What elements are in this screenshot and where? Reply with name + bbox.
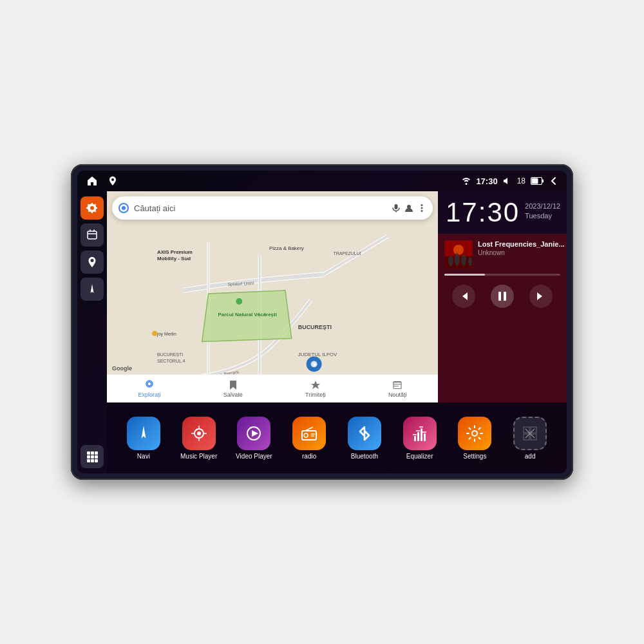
explore-tab-label: Explorați xyxy=(138,392,161,398)
svg-rect-10 xyxy=(87,459,90,462)
svg-rect-6 xyxy=(95,451,98,455)
main-content: AXIS Premium Mobility - Sud Pizza & Bake… xyxy=(77,191,567,473)
app-video-player[interactable]: Video Player xyxy=(228,417,281,460)
app-navi[interactable]: Navi xyxy=(117,417,170,460)
svg-rect-12 xyxy=(95,459,98,462)
svg-rect-53 xyxy=(504,292,506,301)
sidebar-maps-button[interactable] xyxy=(80,251,104,274)
svg-rect-1 xyxy=(542,180,544,183)
microphone-icon[interactable] xyxy=(392,204,401,213)
svg-point-42 xyxy=(421,210,423,212)
status-left-icons xyxy=(85,174,120,188)
account-icon[interactable] xyxy=(404,204,413,213)
svg-rect-52 xyxy=(498,292,501,301)
svg-point-30 xyxy=(152,331,157,336)
next-button[interactable] xyxy=(529,285,553,308)
wifi-icon xyxy=(462,176,471,185)
sidebar xyxy=(77,191,107,473)
music-player-label: Music Player xyxy=(180,453,217,460)
pause-button[interactable] xyxy=(491,285,514,308)
video-player-icon-box xyxy=(237,417,270,450)
sidebar-settings-button[interactable] xyxy=(80,196,104,220)
map-tab-contribute[interactable]: Trimiteți xyxy=(305,380,326,398)
google-logo: Google xyxy=(112,365,132,372)
app-bluetooth[interactable]: Bluetooth xyxy=(338,417,391,460)
svg-text:JUDEȚUL ILFOV: JUDEȚUL ILFOV xyxy=(298,352,337,357)
add-icon-box xyxy=(513,417,547,450)
map-svg: AXIS Premium Mobility - Sud Pizza & Bake… xyxy=(107,191,438,402)
settings-dots-icon[interactable] xyxy=(417,204,426,213)
track-name: Lost Frequencies_Janie... xyxy=(478,240,565,248)
maps-icon[interactable] xyxy=(106,174,120,188)
app-equalizer[interactable]: Equalizer xyxy=(393,417,446,460)
track-artist: Unknown xyxy=(478,249,565,256)
map-tab-news[interactable]: Noutăți xyxy=(388,380,407,398)
music-controls xyxy=(444,282,560,310)
svg-text:BUCUREȘTI: BUCUREȘTI xyxy=(298,324,332,330)
navi-icon-box xyxy=(127,417,160,450)
app-settings[interactable]: Settings xyxy=(449,417,502,460)
svg-rect-11 xyxy=(91,459,94,462)
svg-rect-4 xyxy=(87,451,90,455)
svg-rect-62 xyxy=(414,436,416,441)
music-player-icon-box xyxy=(182,417,216,450)
album-art xyxy=(444,240,473,269)
news-tab-label: Noutăți xyxy=(388,392,407,398)
equalizer-label: Equalizer xyxy=(406,453,433,460)
contribute-tab-label: Trimiteți xyxy=(305,392,326,398)
settings-icon-box xyxy=(458,417,491,450)
svg-point-59 xyxy=(304,433,308,437)
battery-level-text: 18 xyxy=(517,176,526,185)
svg-rect-5 xyxy=(91,451,94,455)
svg-text:joy Merlin: joy Merlin xyxy=(156,332,176,337)
svg-point-46 xyxy=(453,245,464,255)
right-panel: 17:30 2023/12/12 Tuesday xyxy=(438,191,567,402)
app-music-player[interactable]: Music Player xyxy=(173,417,225,460)
app-grid-row: Navi Music Player xyxy=(107,402,567,473)
map-tab-explore[interactable]: Explorați xyxy=(138,380,161,398)
map-bottom-bar: Explorați Salvate xyxy=(107,374,438,402)
svg-rect-9 xyxy=(95,455,98,459)
music-track-info: Lost Frequencies_Janie... Unknown xyxy=(478,240,565,256)
music-info-row: Lost Frequencies_Janie... Unknown xyxy=(444,240,560,269)
prev-button[interactable] xyxy=(452,285,475,308)
map-background: AXIS Premium Mobility - Sud Pizza & Bake… xyxy=(107,191,438,402)
svg-text:BUCUREȘTI: BUCUREȘTI xyxy=(157,352,183,357)
sidebar-navigation-button[interactable] xyxy=(80,278,104,301)
svg-text:Mobility - Sud: Mobility - Sud xyxy=(157,256,191,261)
equalizer-icon-box xyxy=(403,417,437,450)
music-progress-fill xyxy=(444,274,485,276)
volume-icon xyxy=(503,176,512,185)
svg-text:Pizza & Bakery: Pizza & Bakery xyxy=(269,245,304,251)
map-container[interactable]: AXIS Premium Mobility - Sud Pizza & Bake… xyxy=(107,191,438,402)
sidebar-files-button[interactable] xyxy=(80,223,104,247)
svg-point-50 xyxy=(461,254,466,266)
svg-point-70 xyxy=(472,431,477,436)
status-right-icons: 17:30 18 xyxy=(462,176,559,186)
music-progress-bar[interactable] xyxy=(444,274,560,276)
svg-rect-63 xyxy=(417,432,419,441)
svg-text:TRAPEZULUI: TRAPEZULUI xyxy=(333,251,361,256)
app-add[interactable]: add xyxy=(504,417,556,460)
svg-point-48 xyxy=(448,256,453,266)
map-search-bar[interactable]: Căutați aici xyxy=(112,196,433,220)
home-icon[interactable] xyxy=(85,174,99,188)
svg-rect-37 xyxy=(395,204,398,209)
radio-label: radio xyxy=(302,453,316,460)
device: 17:30 18 xyxy=(71,164,573,480)
bluetooth-icon-box xyxy=(348,417,381,450)
app-radio[interactable]: radio xyxy=(283,417,336,460)
back-icon[interactable] xyxy=(549,176,559,186)
center-content: AXIS Premium Mobility - Sud Pizza & Bake… xyxy=(107,191,567,473)
top-row: AXIS Premium Mobility - Sud Pizza & Bake… xyxy=(107,191,567,402)
map-tab-saved[interactable]: Salvate xyxy=(223,380,243,398)
clock-section: 17:30 2023/12/12 Tuesday xyxy=(438,191,567,234)
sidebar-apps-button[interactable] xyxy=(80,445,104,468)
map-search-text: Căutați aici xyxy=(134,204,386,213)
svg-point-49 xyxy=(455,253,460,266)
music-section: Lost Frequencies_Janie... Unknown xyxy=(438,234,567,402)
svg-rect-64 xyxy=(421,428,422,441)
battery-icon xyxy=(531,177,544,185)
status-bar: 17:30 18 xyxy=(77,171,567,191)
svg-point-55 xyxy=(197,431,201,435)
